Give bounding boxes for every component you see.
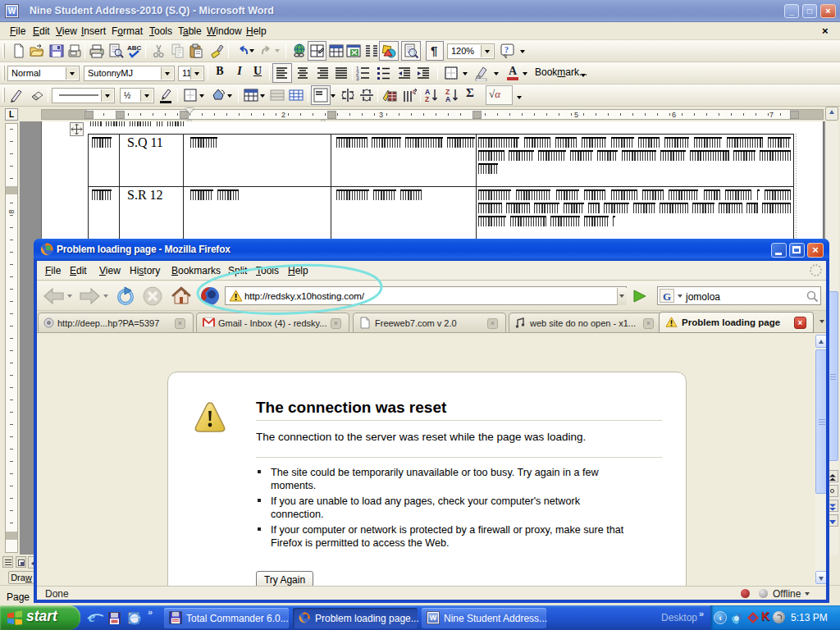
svg-text:ABC: ABC [127, 44, 142, 52]
svg-text:?: ? [504, 45, 509, 54]
svg-text:A: A [412, 89, 415, 94]
svg-text:A: A [445, 95, 450, 103]
svg-text:3: 3 [356, 75, 359, 81]
svg-text:Z: Z [425, 95, 429, 103]
